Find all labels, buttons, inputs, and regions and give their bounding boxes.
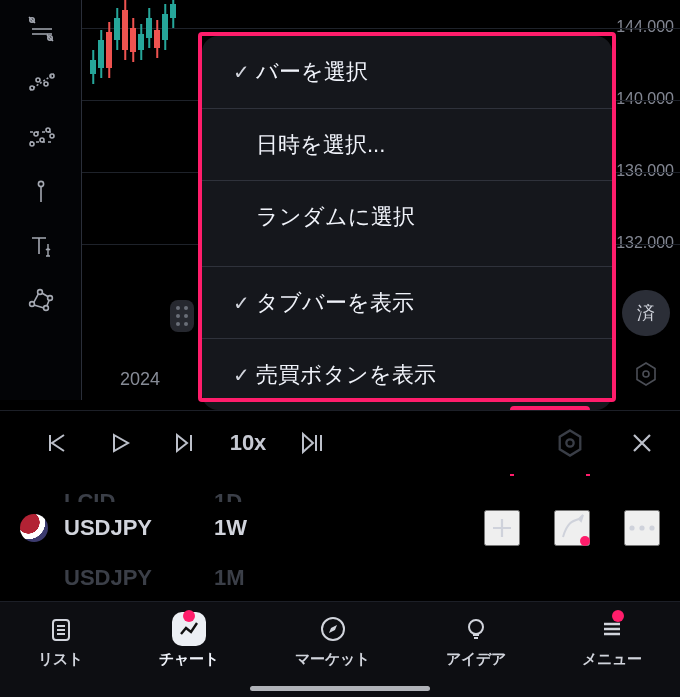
svg-point-11 (38, 181, 43, 186)
tool-polygon-icon[interactable] (16, 272, 66, 326)
jump-start-icon[interactable] (28, 417, 84, 469)
popup-item-select-random[interactable]: ランダムに選択 (202, 180, 612, 252)
replay-playback-bar: 10x (0, 410, 680, 474)
svg-point-20 (649, 525, 654, 530)
notification-dot (183, 610, 195, 622)
symbol-interval: 1W (214, 515, 274, 541)
svg-point-17 (566, 439, 573, 446)
lightbulb-icon (459, 612, 493, 646)
svg-point-23 (469, 620, 483, 634)
tool-text-icon[interactable] (16, 218, 66, 272)
compass-icon (316, 612, 350, 646)
symbol-row-active[interactable]: USDJPY 1W (0, 502, 680, 554)
tool-fib-icon[interactable] (16, 2, 66, 56)
home-indicator (250, 686, 430, 691)
popup-item-show-buysell[interactable]: ✓ 売買ボタンを表示 (202, 338, 612, 410)
popup-item-show-tabbar[interactable]: ✓ タブバーを表示 (202, 266, 612, 338)
nav-market[interactable]: マーケット (295, 612, 370, 669)
chart-area: 144.000 140.000 136.000 132.000 2024 済 (0, 0, 680, 400)
symbol-row-faded: USDJPY 1M (0, 552, 680, 604)
bottom-nav: リスト チャート マーケット アイデア (0, 601, 680, 697)
pen-icon[interactable] (554, 510, 590, 546)
check-icon: ✓ (226, 291, 256, 315)
close-icon[interactable] (614, 417, 670, 469)
tool-line-icon[interactable] (16, 164, 66, 218)
price-tick: 136.000 (616, 162, 674, 180)
svg-point-16 (643, 371, 649, 377)
drawing-toolbar (0, 0, 82, 400)
tool-linereg-icon[interactable] (16, 56, 66, 110)
add-icon[interactable] (484, 510, 520, 546)
list-icon (44, 612, 78, 646)
price-tick: 132.000 (616, 234, 674, 252)
skip-to-realtime-icon[interactable] (284, 417, 340, 469)
check-icon: ✓ (226, 60, 256, 84)
popup-item-select-datetime[interactable]: 日時を選択... (202, 108, 612, 180)
play-icon[interactable] (92, 417, 148, 469)
svg-point-15 (43, 306, 48, 311)
svg-point-4 (44, 82, 48, 86)
notification-dot (612, 610, 624, 622)
step-forward-icon[interactable] (156, 417, 212, 469)
nav-idea[interactable]: アイデア (446, 612, 506, 669)
nav-list[interactable]: リスト (38, 612, 83, 669)
svg-point-3 (36, 78, 40, 82)
playback-speed[interactable]: 10x (220, 417, 276, 469)
flag-icon (20, 514, 48, 542)
svg-point-19 (639, 525, 644, 530)
x-axis-year: 2024 (120, 369, 160, 390)
svg-point-18 (629, 525, 634, 530)
replay-settings-icon[interactable] (542, 417, 598, 469)
price-tick: 144.000 (616, 18, 674, 36)
settings-hex-icon[interactable] (632, 360, 660, 392)
svg-point-10 (50, 134, 54, 138)
drag-handle-icon[interactable] (170, 300, 194, 332)
nav-menu[interactable]: メニュー (582, 612, 642, 669)
popup-item-select-bar[interactable]: ✓ バーを選択 (202, 36, 612, 108)
more-icon[interactable] (624, 510, 660, 546)
symbol-name: USDJPY (64, 515, 214, 541)
tool-scatter-icon[interactable] (16, 110, 66, 164)
notification-dot (580, 536, 590, 546)
price-tick: 140.000 (616, 90, 674, 108)
check-icon: ✓ (226, 363, 256, 387)
nav-chart[interactable]: チャート (159, 612, 219, 669)
buy-sell-pill-partial: 済 (622, 290, 670, 336)
replay-options-popup: ✓ バーを選択 日時を選択... ランダムに選択 ✓ タブバーを表示 ✓ 売買ボ… (202, 36, 612, 410)
